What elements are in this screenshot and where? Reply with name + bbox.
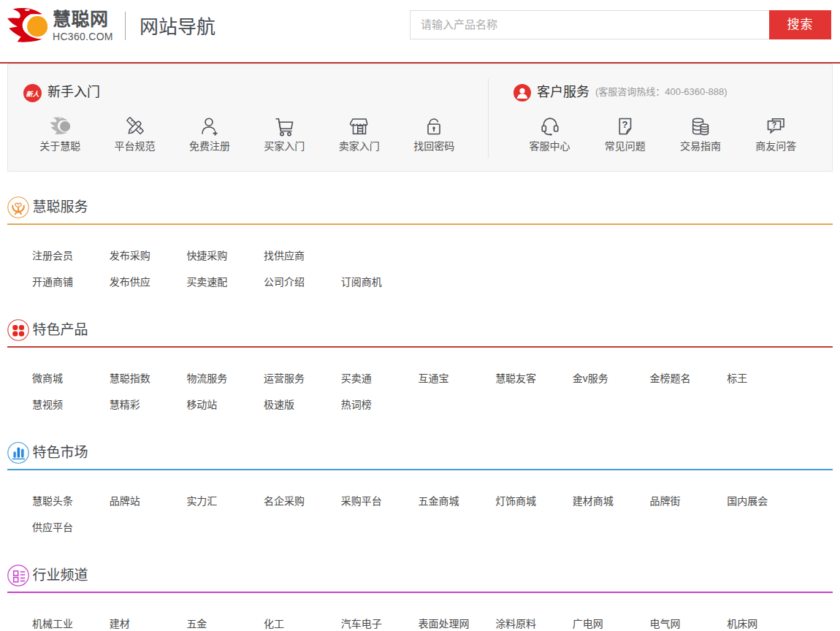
svg-text:?: ? <box>772 121 776 129</box>
svg-text:?: ? <box>622 119 627 130</box>
svg-text:新人: 新人 <box>26 90 39 97</box>
